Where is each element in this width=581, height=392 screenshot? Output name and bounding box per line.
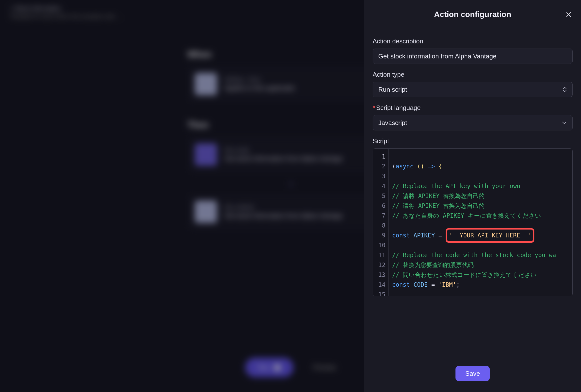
line-number: 11: [373, 250, 388, 260]
code-token: =: [431, 280, 435, 290]
code-line[interactable]: [392, 171, 572, 181]
code-token: // Replace the code with the stock code …: [392, 250, 556, 260]
code-token: [424, 162, 428, 171]
line-number: 1: [373, 152, 388, 162]
updown-icon: [562, 87, 567, 92]
line-number: 7: [373, 211, 388, 221]
line-number: 9: [373, 230, 388, 240]
code-line[interactable]: const APIKEY = '__YOUR_API_KEY_HERE__': [392, 230, 572, 240]
code-token: 'IBM': [438, 280, 456, 290]
line-number: 13: [373, 270, 388, 280]
code-line[interactable]: // 替换为您要查询的股票代码: [392, 260, 572, 270]
code-token: [414, 162, 417, 171]
code-token: APIKEY: [414, 230, 435, 240]
save-button[interactable]: Save: [456, 366, 490, 381]
when-thumb: [195, 73, 217, 95]
line-number: 15: [373, 290, 388, 296]
when-card-title: Applies to this applicable: [224, 84, 295, 92]
code-line[interactable]: [392, 290, 572, 296]
code-line[interactable]: // Replace the code with the stock code …: [392, 250, 572, 260]
editor-code[interactable]: (async () => { // Replace the API key wi…: [389, 149, 572, 296]
code-line[interactable]: // あなた自身の APIKEY キーに置き換えてください: [392, 211, 572, 221]
line-number: 5: [373, 191, 388, 201]
then-card1-title: Get stock information from Alpha Vantage: [224, 155, 342, 162]
code-token: const: [392, 230, 410, 240]
action-config-panel: Action configuration Action description …: [364, 0, 581, 392]
code-token: // 問い合わせたい株式コードに置き換えてください: [392, 270, 536, 280]
run-dot-icon: [274, 364, 281, 371]
action-type-select[interactable]: Run script: [372, 82, 572, 97]
line-number: 3: [373, 171, 388, 181]
line-number: 2: [373, 162, 388, 171]
chevron-down-icon: [562, 121, 567, 124]
then-card2-title: Get stock information from Alpha Vantage: [224, 212, 342, 220]
run-label: Run: [258, 364, 270, 371]
code-line[interactable]: // 請將 APIKEY 替換為您自己的: [392, 191, 572, 201]
panel-footer: Save: [364, 355, 581, 392]
when-section: When Nothing · Once Applies to this appl…: [188, 49, 394, 102]
code-token: '__YOUR_API_KEY_HERE__': [446, 228, 534, 243]
code-line[interactable]: [392, 152, 572, 162]
when-card: Nothing · Once Applies to this applicabl…: [188, 66, 394, 102]
code-token: // あなた自身の APIKEY キーに置き換えてください: [392, 211, 541, 221]
script-label: Script: [372, 137, 572, 145]
script-language-label: * Script language: [372, 104, 572, 112]
script-language-value: Javascript: [378, 119, 407, 127]
code-token: async: [396, 162, 413, 171]
code-line[interactable]: // Replace the API key with your own: [392, 181, 572, 191]
code-token: [428, 280, 431, 290]
line-number: 8: [373, 221, 388, 230]
then-card-1: Run script Get stock information from Al…: [188, 136, 394, 173]
code-token: [410, 230, 413, 240]
line-number: 10: [373, 240, 388, 250]
code-line[interactable]: (async () => {: [392, 162, 572, 171]
script-language-select[interactable]: Javascript: [372, 115, 572, 130]
when-card-subtitle: Nothing · Once: [224, 76, 295, 83]
code-token: // 请将 APIKEY 替换为您自己的: [392, 201, 484, 211]
action-description-label: Action description: [372, 38, 572, 45]
field-action-type: Action type Run script: [372, 71, 572, 97]
field-script-language: * Script language Javascript: [372, 104, 572, 130]
code-line[interactable]: // 問い合わせたい株式コードに置き換えてください: [392, 270, 572, 280]
run-button-blurred: Run: [245, 358, 294, 377]
then-card2-subtitle: Run method: [224, 204, 342, 210]
panel-title: Action configuration: [434, 10, 511, 19]
panel-header: Action configuration: [364, 0, 581, 29]
code-line[interactable]: // 请将 APIKEY 替换为您自己的: [392, 201, 572, 211]
code-token: {: [438, 162, 442, 171]
required-asterisk: *: [372, 104, 375, 112]
line-number: 14: [373, 280, 388, 290]
code-token: [442, 230, 445, 240]
action-type-label: Action type: [372, 71, 572, 78]
field-action-description: Action description Get stock information…: [372, 38, 572, 64]
code-token: [435, 162, 438, 171]
editor-gutter: 123456789101112131415: [373, 149, 389, 296]
line-number: 4: [373, 181, 388, 191]
step-pager: 1: [188, 180, 394, 187]
code-token: [435, 230, 438, 240]
line-number: 12: [373, 260, 388, 270]
action-type-value: Run script: [378, 86, 407, 94]
code-token: // Replace the API key with your own: [392, 181, 520, 191]
then-thumb-2: [195, 201, 217, 223]
action-description-value: Get stock information from Alpha Vantage: [378, 52, 496, 60]
code-token: // 請將 APIKEY 替換為您自己的: [392, 191, 484, 201]
then-thumb-1: [195, 144, 217, 166]
then-card-2: Run method Get stock information from Al…: [188, 193, 394, 230]
code-token: const: [392, 280, 410, 290]
then-card1-subtitle: Run script: [224, 147, 342, 153]
code-token: =>: [428, 162, 435, 171]
when-heading: When: [188, 49, 394, 60]
code-token: [410, 280, 413, 290]
code-token: =: [438, 230, 442, 240]
close-button[interactable]: [565, 10, 572, 18]
field-script: Script 123456789101112131415 (async () =…: [372, 137, 572, 296]
code-token: [435, 280, 438, 290]
code-editor[interactable]: 123456789101112131415 (async () => { // …: [372, 148, 572, 296]
panel-body: Action description Get stock information…: [364, 29, 581, 355]
action-description-input[interactable]: Get stock information from Alpha Vantage: [372, 48, 572, 64]
preview-link-blurred: Preview: [313, 364, 336, 371]
code-token: (: [392, 162, 396, 171]
code-token: (): [417, 162, 424, 171]
code-line[interactable]: const CODE = 'IBM';: [392, 280, 572, 290]
